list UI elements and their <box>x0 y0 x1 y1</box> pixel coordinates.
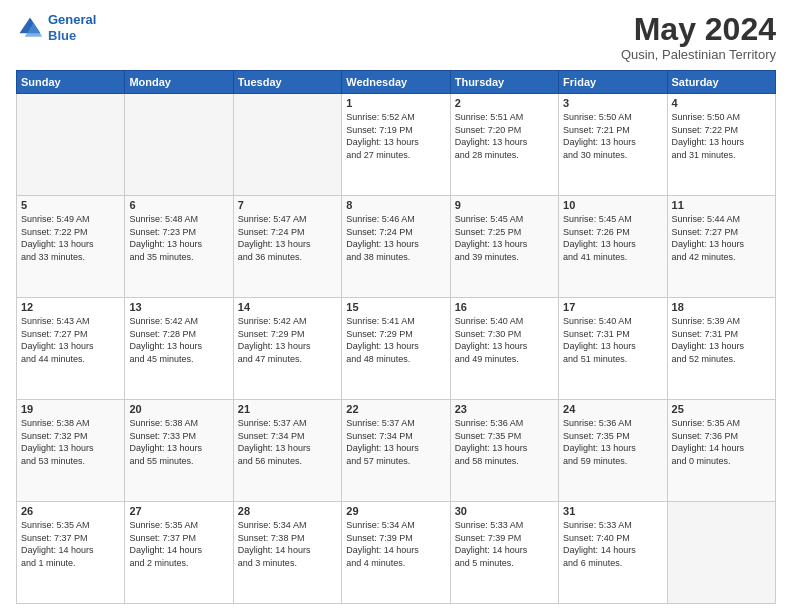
day-info: Sunrise: 5:38 AM Sunset: 7:32 PM Dayligh… <box>21 417 120 467</box>
day-number: 22 <box>346 403 445 415</box>
calendar-cell: 28Sunrise: 5:34 AM Sunset: 7:38 PM Dayli… <box>233 502 341 604</box>
day-info: Sunrise: 5:36 AM Sunset: 7:35 PM Dayligh… <box>563 417 662 467</box>
day-number: 21 <box>238 403 337 415</box>
day-number: 11 <box>672 199 771 211</box>
weekday-header: Wednesday <box>342 71 450 94</box>
calendar-cell: 17Sunrise: 5:40 AM Sunset: 7:31 PM Dayli… <box>559 298 667 400</box>
calendar-cell: 26Sunrise: 5:35 AM Sunset: 7:37 PM Dayli… <box>17 502 125 604</box>
day-number: 9 <box>455 199 554 211</box>
day-number: 1 <box>346 97 445 109</box>
day-info: Sunrise: 5:33 AM Sunset: 7:40 PM Dayligh… <box>563 519 662 569</box>
title-block: May 2024 Qusin, Palestinian Territory <box>621 12 776 62</box>
calendar-cell: 13Sunrise: 5:42 AM Sunset: 7:28 PM Dayli… <box>125 298 233 400</box>
day-number: 10 <box>563 199 662 211</box>
weekday-header: Friday <box>559 71 667 94</box>
calendar-cell: 5Sunrise: 5:49 AM Sunset: 7:22 PM Daylig… <box>17 196 125 298</box>
day-info: Sunrise: 5:38 AM Sunset: 7:33 PM Dayligh… <box>129 417 228 467</box>
location: Qusin, Palestinian Territory <box>621 47 776 62</box>
weekday-header: Saturday <box>667 71 775 94</box>
page: General Blue May 2024 Qusin, Palestinian… <box>0 0 792 612</box>
day-number: 14 <box>238 301 337 313</box>
day-info: Sunrise: 5:44 AM Sunset: 7:27 PM Dayligh… <box>672 213 771 263</box>
day-number: 23 <box>455 403 554 415</box>
day-info: Sunrise: 5:33 AM Sunset: 7:39 PM Dayligh… <box>455 519 554 569</box>
day-info: Sunrise: 5:42 AM Sunset: 7:29 PM Dayligh… <box>238 315 337 365</box>
calendar-week-row: 1Sunrise: 5:52 AM Sunset: 7:19 PM Daylig… <box>17 94 776 196</box>
day-info: Sunrise: 5:39 AM Sunset: 7:31 PM Dayligh… <box>672 315 771 365</box>
day-info: Sunrise: 5:35 AM Sunset: 7:37 PM Dayligh… <box>21 519 120 569</box>
day-number: 16 <box>455 301 554 313</box>
day-number: 19 <box>21 403 120 415</box>
day-info: Sunrise: 5:49 AM Sunset: 7:22 PM Dayligh… <box>21 213 120 263</box>
calendar-cell: 16Sunrise: 5:40 AM Sunset: 7:30 PM Dayli… <box>450 298 558 400</box>
calendar-cell: 24Sunrise: 5:36 AM Sunset: 7:35 PM Dayli… <box>559 400 667 502</box>
day-number: 20 <box>129 403 228 415</box>
day-info: Sunrise: 5:40 AM Sunset: 7:30 PM Dayligh… <box>455 315 554 365</box>
day-number: 30 <box>455 505 554 517</box>
calendar-cell: 25Sunrise: 5:35 AM Sunset: 7:36 PM Dayli… <box>667 400 775 502</box>
day-info: Sunrise: 5:40 AM Sunset: 7:31 PM Dayligh… <box>563 315 662 365</box>
calendar-header-row: SundayMondayTuesdayWednesdayThursdayFrid… <box>17 71 776 94</box>
day-number: 26 <box>21 505 120 517</box>
calendar-cell: 31Sunrise: 5:33 AM Sunset: 7:40 PM Dayli… <box>559 502 667 604</box>
day-info: Sunrise: 5:47 AM Sunset: 7:24 PM Dayligh… <box>238 213 337 263</box>
day-info: Sunrise: 5:35 AM Sunset: 7:37 PM Dayligh… <box>129 519 228 569</box>
calendar-cell <box>17 94 125 196</box>
day-info: Sunrise: 5:52 AM Sunset: 7:19 PM Dayligh… <box>346 111 445 161</box>
day-info: Sunrise: 5:41 AM Sunset: 7:29 PM Dayligh… <box>346 315 445 365</box>
day-info: Sunrise: 5:35 AM Sunset: 7:36 PM Dayligh… <box>672 417 771 467</box>
day-number: 5 <box>21 199 120 211</box>
day-number: 8 <box>346 199 445 211</box>
calendar-cell: 14Sunrise: 5:42 AM Sunset: 7:29 PM Dayli… <box>233 298 341 400</box>
day-number: 31 <box>563 505 662 517</box>
day-info: Sunrise: 5:34 AM Sunset: 7:39 PM Dayligh… <box>346 519 445 569</box>
calendar-cell: 22Sunrise: 5:37 AM Sunset: 7:34 PM Dayli… <box>342 400 450 502</box>
day-number: 6 <box>129 199 228 211</box>
day-number: 25 <box>672 403 771 415</box>
calendar-cell: 30Sunrise: 5:33 AM Sunset: 7:39 PM Dayli… <box>450 502 558 604</box>
calendar-table: SundayMondayTuesdayWednesdayThursdayFrid… <box>16 70 776 604</box>
day-info: Sunrise: 5:43 AM Sunset: 7:27 PM Dayligh… <box>21 315 120 365</box>
day-info: Sunrise: 5:37 AM Sunset: 7:34 PM Dayligh… <box>238 417 337 467</box>
calendar-week-row: 26Sunrise: 5:35 AM Sunset: 7:37 PM Dayli… <box>17 502 776 604</box>
calendar-cell: 9Sunrise: 5:45 AM Sunset: 7:25 PM Daylig… <box>450 196 558 298</box>
calendar-cell: 11Sunrise: 5:44 AM Sunset: 7:27 PM Dayli… <box>667 196 775 298</box>
calendar-week-row: 19Sunrise: 5:38 AM Sunset: 7:32 PM Dayli… <box>17 400 776 502</box>
day-info: Sunrise: 5:37 AM Sunset: 7:34 PM Dayligh… <box>346 417 445 467</box>
calendar-cell: 3Sunrise: 5:50 AM Sunset: 7:21 PM Daylig… <box>559 94 667 196</box>
calendar-cell: 20Sunrise: 5:38 AM Sunset: 7:33 PM Dayli… <box>125 400 233 502</box>
day-number: 12 <box>21 301 120 313</box>
calendar-cell: 15Sunrise: 5:41 AM Sunset: 7:29 PM Dayli… <box>342 298 450 400</box>
calendar-cell <box>667 502 775 604</box>
calendar-cell: 29Sunrise: 5:34 AM Sunset: 7:39 PM Dayli… <box>342 502 450 604</box>
calendar-cell: 27Sunrise: 5:35 AM Sunset: 7:37 PM Dayli… <box>125 502 233 604</box>
day-info: Sunrise: 5:50 AM Sunset: 7:21 PM Dayligh… <box>563 111 662 161</box>
calendar-cell: 2Sunrise: 5:51 AM Sunset: 7:20 PM Daylig… <box>450 94 558 196</box>
calendar-cell: 4Sunrise: 5:50 AM Sunset: 7:22 PM Daylig… <box>667 94 775 196</box>
day-info: Sunrise: 5:36 AM Sunset: 7:35 PM Dayligh… <box>455 417 554 467</box>
logo-text: General Blue <box>48 12 96 43</box>
day-info: Sunrise: 5:45 AM Sunset: 7:26 PM Dayligh… <box>563 213 662 263</box>
day-number: 28 <box>238 505 337 517</box>
day-number: 15 <box>346 301 445 313</box>
calendar-cell: 1Sunrise: 5:52 AM Sunset: 7:19 PM Daylig… <box>342 94 450 196</box>
calendar-week-row: 5Sunrise: 5:49 AM Sunset: 7:22 PM Daylig… <box>17 196 776 298</box>
day-number: 24 <box>563 403 662 415</box>
day-info: Sunrise: 5:42 AM Sunset: 7:28 PM Dayligh… <box>129 315 228 365</box>
day-number: 29 <box>346 505 445 517</box>
day-info: Sunrise: 5:51 AM Sunset: 7:20 PM Dayligh… <box>455 111 554 161</box>
day-number: 2 <box>455 97 554 109</box>
day-number: 3 <box>563 97 662 109</box>
day-info: Sunrise: 5:45 AM Sunset: 7:25 PM Dayligh… <box>455 213 554 263</box>
calendar-cell: 7Sunrise: 5:47 AM Sunset: 7:24 PM Daylig… <box>233 196 341 298</box>
weekday-header: Tuesday <box>233 71 341 94</box>
logo: General Blue <box>16 12 96 43</box>
day-number: 18 <box>672 301 771 313</box>
calendar-cell: 23Sunrise: 5:36 AM Sunset: 7:35 PM Dayli… <box>450 400 558 502</box>
header: General Blue May 2024 Qusin, Palestinian… <box>16 12 776 62</box>
day-info: Sunrise: 5:48 AM Sunset: 7:23 PM Dayligh… <box>129 213 228 263</box>
calendar-cell: 6Sunrise: 5:48 AM Sunset: 7:23 PM Daylig… <box>125 196 233 298</box>
calendar-cell: 18Sunrise: 5:39 AM Sunset: 7:31 PM Dayli… <box>667 298 775 400</box>
day-info: Sunrise: 5:50 AM Sunset: 7:22 PM Dayligh… <box>672 111 771 161</box>
month-title: May 2024 <box>621 12 776 47</box>
